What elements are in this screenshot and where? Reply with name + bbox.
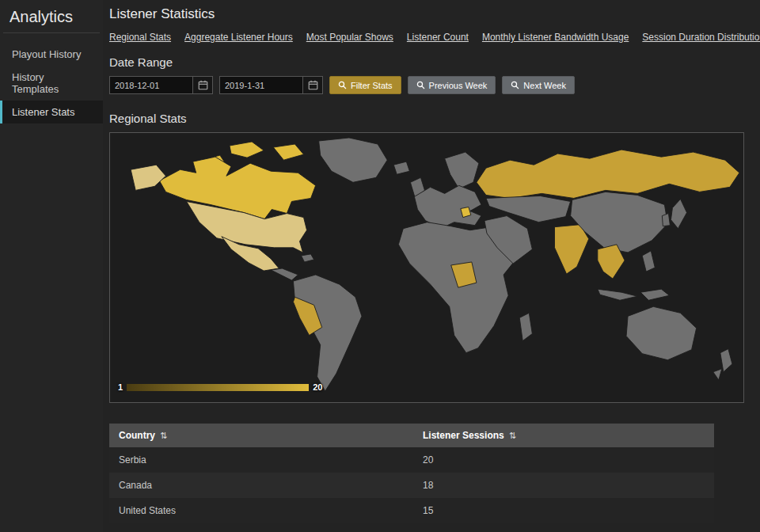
sidebar: Analytics Playout History History Templa… <box>0 0 103 532</box>
map-country-canada-islands[interactable] <box>273 144 303 160</box>
link-most-popular-shows[interactable]: Most Popular Shows <box>306 32 393 43</box>
sidebar-title: Analytics <box>0 0 103 32</box>
map-country-philippines[interactable] <box>642 251 655 272</box>
next-week-button[interactable]: Next Week <box>502 76 575 94</box>
legend-gradient-bar <box>127 384 309 391</box>
map-region-scandinavia[interactable] <box>445 152 479 188</box>
map-region-europe[interactable] <box>414 185 481 228</box>
map-country-japan[interactable] <box>671 199 686 228</box>
sidebar-item-listener-stats[interactable]: Listener Stats <box>0 101 103 124</box>
map-legend: 1 20 <box>118 382 322 392</box>
map-country-alaska[interactable] <box>131 165 165 190</box>
map-country-indonesia[interactable] <box>598 289 637 300</box>
sidebar-divider <box>3 32 100 33</box>
cell-sessions: 18 <box>413 473 714 498</box>
link-listener-count[interactable]: Listener Count <box>407 32 469 43</box>
calendar-icon <box>198 80 208 90</box>
link-regional-stats[interactable]: Regional Stats <box>109 32 171 43</box>
legend-max-label: 20 <box>313 382 322 392</box>
sidebar-item-playout-history[interactable]: Playout History <box>0 43 103 66</box>
page-title: Listener Statistics <box>109 6 744 22</box>
map-region-caribbean[interactable] <box>302 254 314 262</box>
date-range-heading: Date Range <box>109 55 744 69</box>
map-country-india[interactable] <box>555 225 589 274</box>
map-country-canada-islands[interactable] <box>230 142 264 158</box>
link-monthly-listener-bandwidth[interactable]: Monthly Listener Bandwidth Usage <box>482 32 629 43</box>
link-session-duration[interactable]: Session Duration Distribution <box>642 32 760 43</box>
next-week-label: Next Week <box>523 81 566 90</box>
cell-country: Canada <box>109 473 413 498</box>
stat-links: Regional Stats Aggregate Listener Hours … <box>109 32 744 43</box>
sidebar-item-history-templates[interactable]: History Templates <box>0 66 103 101</box>
map-country-iceland[interactable] <box>393 162 409 174</box>
listener-sessions-table: Country⇅ Listener Sessions⇅ Serbia 20 Ca… <box>109 424 714 523</box>
cell-country: Serbia <box>109 447 413 473</box>
end-date-calendar-button[interactable] <box>302 77 322 93</box>
search-icon <box>511 81 519 89</box>
cell-sessions: 15 <box>413 498 714 523</box>
map-country-russia[interactable] <box>477 150 739 198</box>
cell-country: United States <box>109 498 413 523</box>
start-date-calendar-button[interactable] <box>192 77 212 93</box>
end-date-group <box>219 76 323 94</box>
regional-stats-map: 1 20 <box>109 132 744 403</box>
map-country-new-zealand[interactable] <box>713 369 722 380</box>
map-country-korea[interactable] <box>662 214 670 226</box>
search-icon <box>338 81 347 89</box>
main-content: Listener Statistics Regional Stats Aggre… <box>103 0 760 532</box>
legend-min-label: 1 <box>118 382 123 392</box>
table-row: Canada 18 <box>109 473 714 498</box>
filter-stats-button[interactable]: Filter Stats <box>329 76 401 94</box>
sidebar-nav: Playout History History Templates Listen… <box>0 43 103 124</box>
column-header-listener-sessions[interactable]: Listener Sessions⇅ <box>413 424 714 447</box>
start-date-input[interactable] <box>110 77 192 93</box>
table-row: Serbia 20 <box>109 447 714 473</box>
calendar-icon <box>308 80 318 90</box>
table-header-row: Country⇅ Listener Sessions⇅ <box>109 424 714 447</box>
map-country-greenland[interactable] <box>319 138 388 182</box>
filter-stats-label: Filter Stats <box>351 81 393 90</box>
map-country-indonesia[interactable] <box>640 289 669 300</box>
previous-week-label: Previous Week <box>429 81 488 90</box>
sort-icon[interactable]: ⇅ <box>160 431 167 440</box>
sort-icon[interactable]: ⇅ <box>509 431 516 440</box>
table-row: United States 15 <box>109 498 714 523</box>
end-date-input[interactable] <box>220 77 302 93</box>
previous-week-button[interactable]: Previous Week <box>408 76 496 94</box>
regional-stats-heading: Regional Stats <box>109 112 744 125</box>
map-country-madagascar[interactable] <box>519 313 532 340</box>
column-header-country[interactable]: Country⇅ <box>109 424 413 447</box>
world-map <box>110 133 743 402</box>
date-controls: Filter Stats Previous Week Next Week <box>109 76 744 94</box>
map-country-canada[interactable] <box>159 157 315 218</box>
map-country-australia[interactable] <box>626 306 697 359</box>
cell-sessions: 20 <box>413 447 714 473</box>
link-aggregate-listener-hours[interactable]: Aggregate Listener Hours <box>184 32 293 43</box>
search-icon <box>416 81 425 89</box>
start-date-group <box>109 76 213 94</box>
map-region-central-america[interactable] <box>271 268 298 280</box>
map-region-south-america[interactable] <box>293 275 362 391</box>
